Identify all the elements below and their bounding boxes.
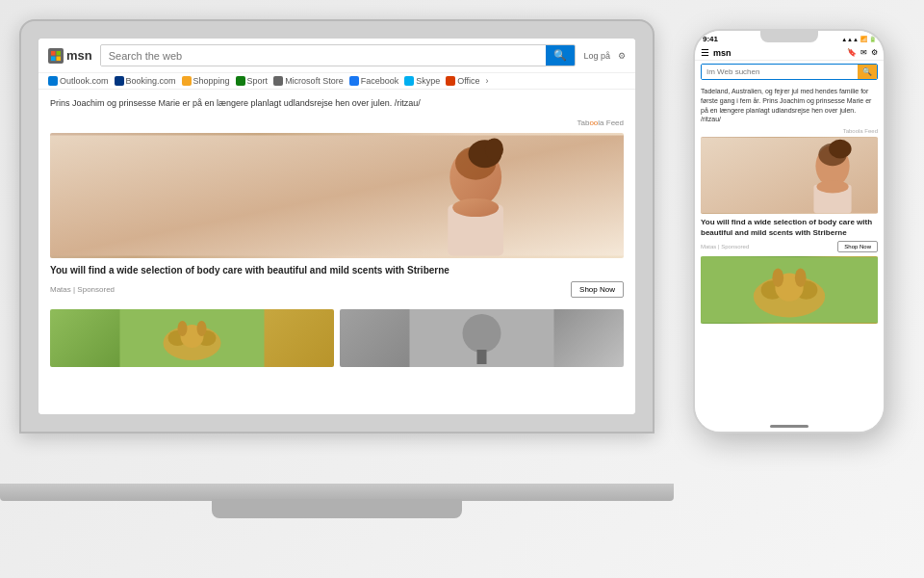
laptop: msn 🔍 Log på ⚙ Outlook.com	[19, 19, 674, 578]
skype-icon	[404, 76, 414, 86]
phone-header: ☰ msn 🔖 ✉ ⚙	[695, 45, 884, 61]
phone-search-input[interactable]	[702, 65, 858, 79]
booking-icon	[115, 76, 124, 86]
phone-home-indicator	[770, 425, 808, 428]
thumbnail-tree	[340, 309, 624, 367]
tabula-logo: Taboola Feed	[578, 118, 625, 127]
phone-status-icons: ▲▲▲ 📶 🔋	[841, 36, 876, 42]
svg-point-26	[829, 140, 851, 159]
phone-notch	[760, 31, 818, 42]
nav-booking[interactable]: Booking.com	[115, 76, 176, 86]
office-icon	[446, 76, 455, 86]
phone-time: 9:41	[703, 35, 718, 43]
svg-point-16	[178, 321, 188, 336]
phone-ad-image	[701, 137, 878, 214]
svg-rect-3	[57, 56, 62, 61]
phone-shop-now-button[interactable]: Shop Now	[837, 241, 878, 252]
scene: msn 🔍 Log på ⚙ Outlook.com	[0, 0, 924, 578]
signal-icon: ▲▲▲	[841, 37, 859, 42]
ad-card: You will find a wide selection of body c…	[50, 133, 624, 367]
wifi-icon: 📶	[860, 36, 867, 42]
ad-body: You will find a wide selection of body c…	[50, 258, 624, 303]
svg-point-25	[816, 180, 848, 194]
msn-main-content: Prins Joachim og prinsesse Marie er på e…	[38, 90, 635, 375]
msn-search-button[interactable]: 🔍	[546, 45, 575, 66]
svg-rect-2	[51, 56, 56, 61]
battery-icon: 🔋	[869, 36, 876, 42]
nav-microsoft-store[interactable]: Microsoft Store	[273, 76, 344, 86]
laptop-screen: msn 🔍 Log på ⚙ Outlook.com	[38, 39, 635, 414]
mail-icon[interactable]: ✉	[860, 48, 867, 57]
nav-facebook[interactable]: Facebook	[349, 76, 399, 86]
browser-content: msn 🔍 Log på ⚙ Outlook.com	[38, 39, 635, 414]
msn-nav: Outlook.com Booking.com Shopping Sp	[38, 73, 635, 90]
thumbnail-dog	[50, 309, 334, 367]
phone-dog-image	[701, 256, 878, 324]
svg-point-8	[452, 197, 499, 216]
svg-point-10	[485, 138, 503, 160]
msn-search-input[interactable]	[101, 46, 547, 66]
phone-msn-logo: msn	[713, 48, 732, 58]
nav-office[interactable]: Office	[446, 76, 479, 86]
phone-screen: 9:41 ▲▲▲ 📶 🔋 ☰ msn 🔖 ✉ ⚙	[695, 31, 884, 432]
ad-image	[50, 133, 624, 258]
laptop-stand	[212, 499, 462, 518]
settings-icon[interactable]: ⚙	[871, 48, 878, 57]
phone-ad-title: You will find a wide selection of body c…	[701, 218, 878, 238]
login-link[interactable]: Log på	[583, 51, 610, 61]
svg-rect-1	[57, 51, 62, 56]
nav-more-icon[interactable]: ›	[486, 76, 489, 86]
thumbnails-row	[50, 309, 624, 367]
svg-rect-4	[50, 135, 624, 255]
woman-illustration	[50, 133, 624, 258]
svg-point-33	[795, 268, 807, 287]
svg-point-17	[197, 321, 207, 336]
shopping-icon	[182, 76, 192, 86]
nav-sport[interactable]: Sport	[236, 76, 269, 86]
svg-rect-20	[477, 350, 487, 364]
msn-logo-text: msn	[66, 48, 92, 63]
phone-tabula-label: Taboola Feed	[701, 128, 878, 134]
laptop-body: msn 🔍 Log på ⚙ Outlook.com	[19, 19, 654, 434]
hamburger-icon[interactable]: ☰	[701, 47, 709, 58]
phone-article-text: Tadeland, Australien, og fejrer jul med …	[701, 87, 878, 124]
sport-icon	[236, 76, 245, 86]
ad-title: You will find a wide selection of body c…	[50, 264, 624, 277]
settings-icon[interactable]: ⚙	[618, 51, 626, 61]
ad-source: Matas | Sponsored	[50, 285, 115, 294]
phone-ad-meta-row: Matas | Sponsored Shop Now	[701, 241, 878, 252]
facebook-icon	[349, 76, 359, 86]
nav-shopping[interactable]: Shopping	[182, 76, 230, 86]
nav-skype[interactable]: Skype	[404, 76, 440, 86]
svg-point-32	[772, 268, 783, 287]
outlook-icon	[48, 76, 58, 86]
ad-meta-row: Matas | Sponsored Shop Now	[50, 281, 624, 298]
phone-search-bar[interactable]: 🔍	[701, 64, 878, 80]
phone-header-icons: 🔖 ✉ ⚙	[847, 48, 878, 57]
svg-point-19	[463, 314, 501, 353]
msn-search-bar[interactable]: 🔍	[100, 44, 577, 66]
phone-search-button[interactable]: 🔍	[858, 65, 877, 79]
phone-content: Tadeland, Australien, og fejrer jul med …	[695, 83, 884, 328]
shop-now-button[interactable]: Shop Now	[571, 281, 624, 298]
nav-outlook[interactable]: Outlook.com	[48, 76, 109, 86]
phone-ad-source: Matas | Sponsored	[701, 244, 749, 250]
svg-rect-0	[51, 51, 56, 56]
store-icon	[273, 76, 283, 86]
tabula-feed-label: Taboola Feed	[50, 118, 624, 127]
phone: 9:41 ▲▲▲ 📶 🔋 ☰ msn 🔖 ✉ ⚙	[693, 29, 886, 434]
article-text: Prins Joachim og prinsesse Marie er på e…	[50, 97, 624, 111]
msn-header: msn 🔍 Log på ⚙	[38, 39, 635, 73]
msn-logo: msn	[48, 48, 92, 64]
bookmark-icon[interactable]: 🔖	[847, 48, 857, 57]
msn-logo-icon	[48, 48, 64, 64]
